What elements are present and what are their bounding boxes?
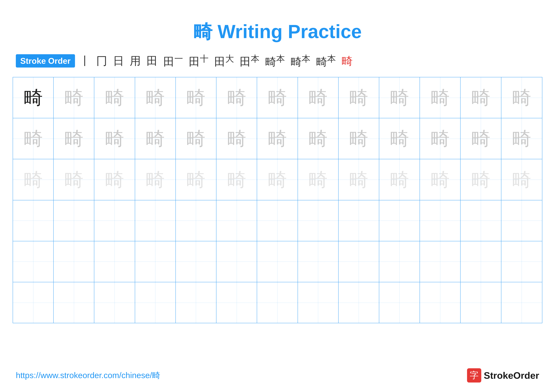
grid-cell-3-1[interactable]: 畸	[13, 159, 54, 200]
stroke-order-badge: Stroke Order	[16, 54, 75, 68]
grid-row-6	[13, 282, 542, 323]
practice-grid: 畸 畸 畸 畸 畸 畸 畸 畸 畸 畸 畸 畸 畸 畸 畸 畸 畸 畸 畸 畸 …	[13, 77, 542, 323]
grid-cell-5-6[interactable]	[216, 241, 257, 282]
footer: https://www.strokeorder.com/chinese/畸 字 …	[16, 368, 539, 383]
grid-cell-1-12[interactable]: 畸	[460, 77, 501, 118]
grid-cell-2-5[interactable]: 畸	[176, 118, 216, 159]
grid-cell-2-8[interactable]: 畸	[298, 118, 339, 159]
grid-cell-4-1[interactable]	[13, 200, 54, 241]
grid-cell-6-5[interactable]	[176, 282, 216, 323]
grid-cell-1-8[interactable]: 畸	[298, 77, 339, 118]
grid-cell-4-2[interactable]	[54, 200, 94, 241]
stroke-step-3: 日	[112, 55, 125, 66]
grid-cell-2-1[interactable]: 畸	[13, 118, 54, 159]
grid-cell-5-8[interactable]	[298, 241, 339, 282]
grid-cell-4-12[interactable]	[460, 200, 501, 241]
grid-cell-3-11[interactable]: 畸	[420, 159, 460, 200]
grid-cell-5-3[interactable]	[94, 241, 135, 282]
grid-cell-1-13[interactable]: 畸	[501, 77, 542, 118]
grid-cell-2-11[interactable]: 畸	[420, 118, 460, 159]
grid-cell-1-10[interactable]: 畸	[379, 77, 420, 118]
grid-cell-6-4[interactable]	[135, 282, 176, 323]
grid-cell-3-5[interactable]: 畸	[176, 159, 216, 200]
grid-cell-6-13[interactable]	[501, 282, 542, 323]
grid-cell-1-9[interactable]: 畸	[339, 77, 379, 118]
footer-url[interactable]: https://www.strokeorder.com/chinese/畸	[16, 370, 160, 381]
grid-cell-2-6[interactable]: 畸	[216, 118, 257, 159]
grid-row-3: 畸 畸 畸 畸 畸 畸 畸 畸 畸 畸 畸 畸 畸	[13, 159, 542, 200]
grid-cell-6-11[interactable]	[420, 282, 460, 323]
grid-cell-6-9[interactable]	[339, 282, 379, 323]
footer-logo: 字 StrokeOrder	[467, 368, 539, 383]
grid-cell-4-6[interactable]	[216, 200, 257, 241]
grid-cell-2-13[interactable]: 畸	[501, 118, 542, 159]
grid-cell-5-5[interactable]	[176, 241, 216, 282]
grid-cell-1-1[interactable]: 畸	[13, 77, 54, 118]
grid-cell-6-3[interactable]	[94, 282, 135, 323]
stroke-step-5: 田	[145, 55, 159, 66]
grid-cell-5-12[interactable]	[460, 241, 501, 282]
grid-cell-3-8[interactable]: 畸	[298, 159, 339, 200]
grid-cell-3-6[interactable]: 畸	[216, 159, 257, 200]
grid-cell-1-11[interactable]: 畸	[420, 77, 460, 118]
grid-cell-6-12[interactable]	[460, 282, 501, 323]
grid-cell-4-7[interactable]	[257, 200, 298, 241]
grid-cell-4-5[interactable]	[176, 200, 216, 241]
grid-cell-1-6[interactable]: 畸	[216, 77, 257, 118]
grid-cell-1-2[interactable]: 畸	[54, 77, 94, 118]
grid-cell-2-4[interactable]: 畸	[135, 118, 176, 159]
grid-cell-1-4[interactable]: 畸	[135, 77, 176, 118]
stroke-step-10: 畸本	[264, 54, 286, 67]
stroke-step-7: 田十	[188, 54, 210, 67]
grid-cell-3-3[interactable]: 畸	[94, 159, 135, 200]
grid-cell-5-7[interactable]	[257, 241, 298, 282]
stroke-order-row: Stroke Order 丨 冂 日 用 田 田一 田十 田大 田本 畸本 畸本…	[0, 54, 555, 68]
grid-cell-4-11[interactable]	[420, 200, 460, 241]
grid-cell-6-7[interactable]	[257, 282, 298, 323]
grid-cell-6-6[interactable]	[216, 282, 257, 323]
grid-cell-3-10[interactable]: 畸	[379, 159, 420, 200]
grid-cell-4-10[interactable]	[379, 200, 420, 241]
grid-cell-3-12[interactable]: 畸	[460, 159, 501, 200]
grid-cell-1-5[interactable]: 畸	[176, 77, 216, 118]
grid-cell-4-3[interactable]	[94, 200, 135, 241]
grid-cell-2-9[interactable]: 畸	[339, 118, 379, 159]
logo-name: StrokeOrder	[484, 370, 539, 381]
stroke-step-2: 冂	[95, 55, 109, 66]
stroke-step-6: 田一	[162, 54, 184, 67]
grid-cell-5-10[interactable]	[379, 241, 420, 282]
grid-row-5	[13, 241, 542, 282]
stroke-step-12: 畸本	[315, 54, 337, 67]
grid-cell-4-13[interactable]	[501, 200, 542, 241]
stroke-step-1: 丨	[78, 55, 92, 66]
grid-cell-5-4[interactable]	[135, 241, 176, 282]
grid-cell-5-13[interactable]	[501, 241, 542, 282]
grid-cell-4-4[interactable]	[135, 200, 176, 241]
grid-cell-6-10[interactable]	[379, 282, 420, 323]
grid-cell-3-2[interactable]: 畸	[54, 159, 94, 200]
grid-cell-1-7[interactable]: 畸	[257, 77, 298, 118]
grid-cell-6-2[interactable]	[54, 282, 94, 323]
grid-cell-3-13[interactable]: 畸	[501, 159, 542, 200]
grid-cell-2-12[interactable]: 畸	[460, 118, 501, 159]
stroke-step-11: 畸本	[289, 54, 312, 67]
grid-cell-2-10[interactable]: 畸	[379, 118, 420, 159]
grid-cell-3-4[interactable]: 畸	[135, 159, 176, 200]
grid-cell-3-7[interactable]: 畸	[257, 159, 298, 200]
grid-row-4	[13, 200, 542, 241]
grid-cell-5-9[interactable]	[339, 241, 379, 282]
grid-cell-5-11[interactable]	[420, 241, 460, 282]
grid-cell-2-3[interactable]: 畸	[94, 118, 135, 159]
grid-cell-2-2[interactable]: 畸	[54, 118, 94, 159]
grid-cell-6-1[interactable]	[13, 282, 54, 323]
stroke-step-8: 田大	[213, 54, 235, 67]
grid-cell-6-8[interactable]	[298, 282, 339, 323]
grid-cell-1-3[interactable]: 畸	[94, 77, 135, 118]
grid-cell-3-9[interactable]: 畸	[339, 159, 379, 200]
grid-cell-5-1[interactable]	[13, 241, 54, 282]
grid-cell-5-2[interactable]	[54, 241, 94, 282]
grid-cell-4-9[interactable]	[339, 200, 379, 241]
grid-cell-4-8[interactable]	[298, 200, 339, 241]
grid-cell-2-7[interactable]: 畸	[257, 118, 298, 159]
stroke-step-13: 畸	[340, 55, 354, 66]
